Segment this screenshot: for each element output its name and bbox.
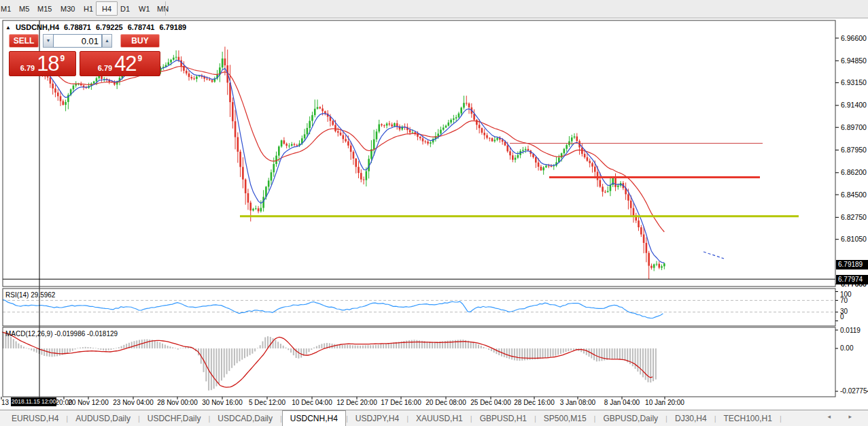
macd-pane [2,332,656,391]
tab-separator: | [780,414,782,423]
time-axis: 13 N20:0020 Nov 12:0023 Nov 04:0028 Nov … [1,397,684,406]
time-axis-label: 20 Dec 08:00 [426,399,466,406]
rsi-pane [3,299,835,318]
ohlc-low: 6.78741 [128,23,155,31]
buy-price-button[interactable]: 6.79 42 9 [80,51,160,76]
buy-price-pip: 9 [138,54,143,63]
chart-area[interactable]: 6.966006.948506.931506.914006.897006.879… [0,18,868,410]
macd-axis-label: 0.00 [840,344,854,352]
tab-xauusd-h1[interactable]: XAUUSD,H1 [409,411,470,426]
time-axis-label: 17 Dec 16:00 [381,399,421,406]
price-axis-label: 6.96600 [841,34,867,42]
price-axis-label: 6.94850 [841,56,867,65]
collapse-arrow-icon[interactable]: ▲ [5,24,11,31]
time-axis-label: 20 Nov 12:00 [68,399,109,406]
macd-axis-label: 0.0119 [840,327,861,334]
price-axis: 6.966006.948506.931506.914006.897006.879… [835,34,867,288]
time-axis-label: 12 Dec 20:00 [336,399,377,406]
tab-usdchf-daily[interactable]: USDCHF,Daily [140,411,209,426]
price-axis-label: 6.93150 [841,78,867,86]
price-axis-label: 6.87950 [841,146,867,154]
sell-price-pip: 9 [60,54,65,63]
time-axis-label: 28 Nov 00:00 [157,399,198,406]
ohlc-open: 6.78871 [64,23,91,31]
tab-sp500-m15[interactable]: SP500,M15 [536,411,594,426]
time-axis-label: 3 Jan 08:00 [560,399,596,406]
ma-fast-line [37,61,664,263]
time-axis-label: 10 Jan 20:00 [645,399,684,406]
one-click-trading-panel: SELL ▼ ▲ BUY 6.79 18 9 6.79 42 9 [9,34,161,76]
tab-scroll-arrows[interactable]: ◂ ▸ [827,413,860,420]
sell-price-big: 18 [37,52,58,76]
time-axis-label: 5 Dec 12:00 [249,399,285,406]
rsi-indicator-label: RSI(14) 29.5962 [5,291,55,299]
time-axis-label: 10 Dec 04:00 [292,399,332,406]
tab-usdjpy-h4[interactable]: USDJPY,H4 [348,411,406,426]
macd-axis-label: -0.027754 [840,387,868,395]
volume-increase-button[interactable]: ▲ [102,34,112,48]
time-axis-label: 30 Nov 16:00 [202,399,243,406]
buy-button[interactable]: BUY [120,34,160,48]
chart-title: ▲ USDCNH,H4 6.78871 6.79225 6.78741 6.79… [5,23,186,31]
timeframe-button-mn[interactable]: MN [151,1,175,16]
rsi-axis-label: 0 [840,313,844,321]
indicator-axis: 100703000.01190.00-0.027754 [835,291,868,395]
time-axis-label: 23 Nov 04:00 [113,399,154,406]
tab-dj30-h4[interactable]: DJ30,H4 [667,411,714,426]
stray-ma-segment [704,252,724,259]
chart-symbol-label: USDCNH,H4 [16,23,59,31]
current-price-tag: 6.79189 [836,260,868,269]
tab-usdcnh-h4[interactable]: USDCNH,H4 [282,410,346,426]
sell-price-button[interactable]: 6.79 18 9 [9,51,76,76]
ohlc-high: 6.79225 [96,23,123,31]
tab-tech100-h1[interactable]: TECH100,H1 [716,411,780,426]
candles [37,47,665,280]
tab-gbpusd-h1[interactable]: GBPUSD,H1 [472,411,534,426]
toolbar-separator [165,1,166,16]
price-axis-label: 6.84500 [841,191,867,199]
price-axis-label: 6.89700 [841,123,867,131]
ohlc-close: 6.79189 [159,23,186,31]
price-chart-svg[interactable]: 6.966006.948506.931506.914006.897006.879… [0,18,868,410]
price-axis-label: 6.86200 [841,168,867,176]
tab-eurusd-h4[interactable]: EURUSD,H4 [4,411,66,426]
chart-tabs-bar: EURUSD,H4|AUDUSD,Daily|USDCHF,Daily|USDC… [0,410,868,426]
level-lines [240,144,799,216]
macd-indicator-label: MACD(12,26,9) -0.019986 -0.018129 [5,330,118,338]
buy-price-prefix: 6.79 [98,64,112,72]
time-axis-label: 8 Jan 04:00 [604,399,640,406]
rsi-axis-label: 70 [840,297,848,304]
price-axis-label: 6.91400 [841,101,867,109]
volume-decrease-button[interactable]: ▼ [43,34,53,48]
buy-price-big: 42 [114,52,136,76]
timeframe-toolbar: M1M5M15M30H1H4D1W1MN [0,0,868,18]
sell-price-prefix: 6.79 [20,64,35,72]
tab-gbpusd-daily[interactable]: GBPUSD,Daily [595,411,665,426]
tab-usdcad-daily[interactable]: USDCAD,Daily [210,411,280,426]
pane-borders [3,20,835,397]
crosshair-price-tag: 6.77974 [836,275,868,284]
time-axis-label: 25 Dec 04:00 [470,399,511,406]
volume-input[interactable] [53,34,102,48]
crosshair-time-tag: 2018.11.15 12:00 [11,397,56,406]
tab-audusd-daily[interactable]: AUDUSD,Daily [68,411,138,426]
sell-button[interactable]: SELL [9,34,39,48]
price-axis-label: 6.81050 [841,235,867,243]
time-axis-label: 28 Dec 16:00 [514,399,555,406]
price-axis-label: 6.82750 [841,213,867,221]
